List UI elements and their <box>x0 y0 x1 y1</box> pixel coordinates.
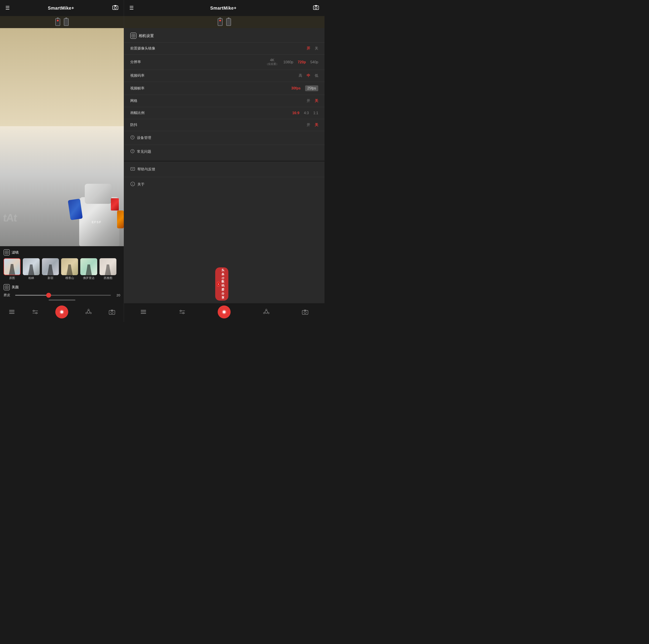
nav-adjust-right[interactable] <box>179 309 185 315</box>
device2-indicator <box>64 18 69 26</box>
nav-effects-right[interactable] <box>263 309 270 315</box>
svg-rect-8 <box>9 311 14 312</box>
filter-section-icon <box>4 249 10 256</box>
setting-row-fps: 视频帧率 30fps 25fps <box>124 82 324 95</box>
filter-label: 滤镜 <box>12 250 19 255</box>
watermark-text: 头条@数码爱分享 <box>221 268 226 300</box>
nav-record-circle[interactable] <box>55 305 68 318</box>
device1-body <box>55 18 60 26</box>
nav-lens-right[interactable] <box>302 309 308 315</box>
device2-body-right <box>226 18 231 26</box>
svg-point-50 <box>266 309 267 310</box>
svg-rect-28 <box>132 34 135 37</box>
menu-about[interactable]: i 关于 <box>124 177 324 192</box>
setting-label-fps: 视频帧率 <box>130 86 291 91</box>
nav-record[interactable] <box>55 305 68 318</box>
opt-aspect-11[interactable]: 1:1 <box>313 111 318 115</box>
opt-bitrate-low[interactable]: 低 <box>315 73 318 78</box>
opt-mirror-on[interactable]: 开 <box>307 46 310 51</box>
svg-point-49 <box>265 311 268 313</box>
nav-record-right[interactable]: 头条@数码爱分享 <box>218 305 230 318</box>
watermark-badge: 头条@数码爱分享 <box>215 267 228 301</box>
setting-options-mirror: 开 关 <box>307 46 318 51</box>
menu-device-management[interactable]: 设备管理 <box>124 131 324 145</box>
tat-text: tAt <box>3 212 17 224</box>
svg-rect-33 <box>131 167 135 170</box>
setting-label-mirror: 前置摄像头镜像 <box>130 46 307 51</box>
filter-shinjuku[interactable]: 新宿 <box>42 258 59 280</box>
svg-point-13 <box>36 312 37 314</box>
opt-mirror-off[interactable]: 关 <box>315 46 318 51</box>
nav-list-right[interactable] <box>140 309 147 315</box>
faq-label: 常见问题 <box>137 149 151 154</box>
help-label: 帮助与反馈 <box>137 167 155 172</box>
filter-thumb-original <box>4 258 20 275</box>
app-title-right: SmartMike+ <box>210 6 236 11</box>
filter-tanxiang[interactable]: 檀香山 <box>61 258 78 280</box>
svg-point-51 <box>268 312 269 314</box>
opt-res-4k[interactable]: 4K （仅后置） <box>265 58 279 66</box>
opt-bitrate-mid[interactable]: 中 <box>307 73 310 78</box>
opt-res-720p[interactable]: 720p <box>298 60 306 64</box>
opt-grid-on[interactable]: 开 <box>307 98 310 103</box>
opt-aspect-169[interactable]: 16:9 <box>292 111 299 115</box>
slider-thumb[interactable] <box>46 293 51 298</box>
nav-adjust[interactable] <box>32 309 39 315</box>
svg-rect-36 <box>141 310 146 311</box>
camera-icon-btn-left[interactable] <box>112 4 119 12</box>
device1-indicator <box>55 18 60 26</box>
nav-effects[interactable] <box>85 309 92 315</box>
svg-text:i: i <box>132 182 133 186</box>
filter-xiyatu[interactable]: 西雅图 <box>99 258 117 280</box>
svg-rect-27 <box>315 5 317 6</box>
left-panel: ☰ SmartMike+ <box>0 0 124 322</box>
svg-rect-37 <box>141 311 146 312</box>
opt-aspect-43[interactable]: 4:3 <box>304 111 309 115</box>
filter-thumb-shinjuku <box>42 258 59 275</box>
camera-settings-label: 相机设置 <box>139 33 154 38</box>
svg-point-54 <box>304 311 306 313</box>
setting-label-bitrate: 视频码率 <box>130 73 299 78</box>
nav-record-circle-right[interactable] <box>218 305 230 318</box>
svg-point-4 <box>6 252 7 253</box>
device2-indicator-right <box>226 18 231 26</box>
nav-lens[interactable] <box>109 309 115 315</box>
filter-original[interactable]: 原图 <box>4 258 20 280</box>
filter-name-xiyatu: 西雅图 <box>104 276 113 280</box>
bottom-nav-right: 头条@数码爱分享 <box>124 303 324 322</box>
camera-preview: EFSF tAt <box>0 28 124 246</box>
camera-icon-btn-right[interactable] <box>313 4 319 12</box>
menu-faq[interactable]: ? 常见问题 <box>124 145 324 159</box>
filter-thumb-tanxiang <box>61 258 78 275</box>
hamburger-icon[interactable]: ☰ <box>5 5 10 11</box>
filter-section-header: 滤镜 <box>4 249 120 256</box>
svg-point-1 <box>114 7 117 9</box>
opt-bitrate-high[interactable]: 高 <box>299 73 302 78</box>
opt-grid-off[interactable]: 关 <box>315 98 318 103</box>
setting-row-grid: 网格 开 关 <box>124 95 324 107</box>
preview-content: EFSF tAt <box>0 28 124 246</box>
opt-stab-on[interactable]: 开 <box>307 123 310 127</box>
camera-settings-title: 相机设置 <box>124 28 324 42</box>
nav-list[interactable] <box>8 309 15 315</box>
opt-res-1080p[interactable]: 1080p <box>283 60 293 64</box>
opt-stab-off[interactable]: 关 <box>315 123 318 127</box>
menu-help-feedback[interactable]: 帮助与反馈 <box>124 162 324 177</box>
left-header: ☰ SmartMike+ <box>0 0 124 16</box>
filter-florida[interactable]: 佛罗里达 <box>80 258 97 280</box>
device1-indicator-right <box>218 18 223 26</box>
svg-point-17 <box>60 311 63 313</box>
opt-fps-25[interactable]: 25fps <box>305 85 318 91</box>
opt-fps-30[interactable]: 30fps <box>291 86 301 90</box>
device-bar-left <box>0 16 124 28</box>
svg-rect-22 <box>109 310 115 314</box>
hamburger-icon-right[interactable]: ☰ <box>129 5 134 11</box>
opt-res-540p[interactable]: 540p <box>310 60 318 64</box>
filter-berlin[interactable]: 柏林 <box>23 258 40 280</box>
svg-point-20 <box>90 312 91 314</box>
settings-scroll[interactable]: 相机设置 前置摄像头镜像 开 关 分辨率 4K （仅后置） 1080p 720p… <box>124 28 324 303</box>
watermark-logo <box>217 282 220 287</box>
filter-name-florida: 佛罗里达 <box>83 276 95 280</box>
svg-rect-53 <box>302 310 308 314</box>
slider-track[interactable] <box>15 295 111 296</box>
